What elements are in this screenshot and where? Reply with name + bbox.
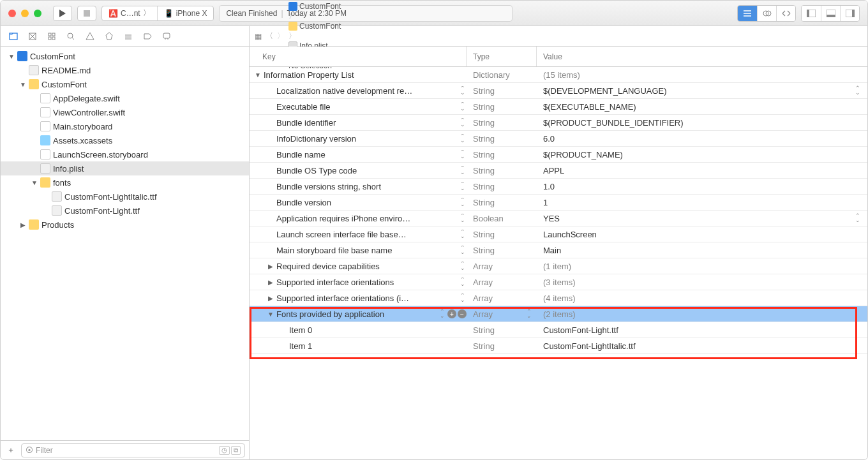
breadcrumb-item[interactable]: CustomFont [288,22,341,31]
plist-value[interactable]: (2 items) [537,309,867,319]
key-stepper[interactable] [438,309,446,318]
disclosure-triangle[interactable]: ▼ [8,53,15,60]
plist-row[interactable]: ▶Required device capabilitiesArray(1 ite… [250,258,867,274]
breadcrumb-item[interactable]: CustomFont [288,2,341,11]
project-tree[interactable]: ▼CustomFontREADME.md▼CustomFontAppDelega… [1,47,249,440]
minimize-window-button[interactable] [21,10,29,17]
plist-value[interactable]: $(EXECUTABLE_NAME) [537,102,867,112]
disclosure-triangle[interactable]: ▶ [266,279,275,286]
plist-value[interactable]: APPL [537,166,867,175]
key-stepper[interactable] [459,246,467,255]
disclosure-triangle[interactable]: ▼ [20,81,26,88]
key-stepper[interactable] [459,134,467,143]
jump-bar[interactable]: ▦ 〈 〉 CustomFont〉CustomFont〉Info.plist〉N… [250,26,867,47]
plist-value[interactable]: (4 items) [537,293,867,303]
find-navigator-tab[interactable] [62,29,80,44]
tree-item[interactable]: LaunchScreen.storyboard [1,147,249,161]
plist-row[interactable]: Bundle OS Type codeStringAPPL [250,163,867,179]
related-items-icon[interactable]: ▦ [255,32,262,41]
toggle-inspector-button[interactable] [840,6,859,21]
zoom-window-button[interactable] [34,10,41,17]
plist-value[interactable]: CustomFont-LightItalic.ttf [537,341,867,351]
scheme-selector[interactable]: 🅰️C…nt〉 📱iPhone X [101,6,214,21]
key-stepper[interactable] [459,230,467,239]
plist-row[interactable]: Bundle versionString1 [250,195,867,211]
key-stepper[interactable] [459,102,467,111]
plist-value[interactable]: 1.0 [537,182,867,191]
assistant-editor-button[interactable] [757,6,776,21]
plist-row[interactable]: Launch screen interface file base…String… [250,226,867,242]
source-control-navigator-tab[interactable] [24,29,41,44]
tree-item[interactable]: CustomFont-Light.ttf [1,204,249,218]
plist-value[interactable]: $(PRODUCT_BUNDLE_IDENTIFIER) [537,118,867,128]
key-stepper[interactable] [459,214,467,223]
plist-value[interactable]: $(PRODUCT_NAME) [537,150,867,160]
plist-row[interactable]: ▶Supported interface orientationsArray(3… [250,274,867,290]
back-button[interactable]: 〈 [266,31,273,41]
tree-item[interactable]: CustomFont-LightItalic.ttf [1,189,249,204]
toggle-debug-area-button[interactable] [821,6,840,21]
plist-row[interactable]: Localization native development re…Strin… [250,83,867,99]
tree-item[interactable]: ▼fonts [1,175,249,189]
disclosure-triangle[interactable]: ▶ [266,295,275,302]
standard-editor-button[interactable] [738,6,757,21]
plist-value[interactable]: YES [537,214,852,223]
plist-row[interactable]: InfoDictionary versionString6.0 [250,131,867,147]
plist-row[interactable]: ▼Fonts provided by application+−Array(2 … [250,306,867,322]
key-stepper[interactable] [459,150,467,159]
header-type[interactable]: Type [467,47,537,66]
issue-navigator-tab[interactable] [81,29,99,44]
key-stepper[interactable] [459,118,467,127]
value-stepper[interactable] [852,86,864,95]
header-value[interactable]: Value [537,47,867,66]
tree-item[interactable]: ▼CustomFont [1,77,249,91]
plist-row[interactable]: Bundle nameString$(PRODUCT_NAME) [250,147,867,163]
disclosure-triangle[interactable]: ▼ [266,311,275,318]
disclosure-triangle[interactable]: ▼ [31,179,38,186]
plist-value[interactable]: LaunchScreen [537,230,867,239]
plist-value[interactable]: $(DEVELOPMENT_LANGUAGE) [537,86,852,96]
plist-value[interactable]: Main [537,246,867,255]
tree-item[interactable]: Assets.xcassets [1,133,249,147]
plist-value[interactable]: (15 items) [537,70,867,80]
plist-value[interactable]: (1 item) [537,262,867,271]
version-editor-button[interactable] [776,6,795,21]
plist-value[interactable]: CustomFont-Light.ttf [537,325,867,335]
key-stepper[interactable] [459,182,467,191]
type-stepper[interactable] [525,309,533,319]
filter-scm-icon[interactable]: ⧉ [231,446,241,455]
plist-value[interactable]: 6.0 [537,134,867,144]
plist-row[interactable]: ▼Information Property ListDictionary(15 … [250,67,867,83]
key-stepper[interactable] [459,278,467,286]
plist-row[interactable]: ▶Supported interface orientations (i…Arr… [250,290,867,306]
add-files-button[interactable]: + [4,445,17,455]
disclosure-triangle[interactable]: ▶ [266,263,275,270]
key-stepper[interactable] [459,166,467,175]
tree-item[interactable]: ▼CustomFont [1,49,249,63]
plist-row[interactable]: Item 1StringCustomFont-LightItalic.ttf [250,338,867,354]
plist-row[interactable]: Application requires iPhone enviro…Boole… [250,211,867,226]
plist-body[interactable]: ▼Information Property ListDictionary(15 … [250,67,867,459]
navigator-filter[interactable]: ⦿ Filter ◷⧉ [21,443,245,457]
key-stepper[interactable] [459,293,467,302]
toggle-navigator-button[interactable] [802,6,821,21]
report-navigator-tab[interactable] [158,29,176,44]
tree-item[interactable]: README.md [1,63,249,77]
close-window-button[interactable] [8,10,16,17]
symbol-navigator-tab[interactable] [43,29,61,44]
plist-row[interactable]: Bundle identifierString$(PRODUCT_BUNDLE_… [250,115,867,131]
key-stepper[interactable] [459,262,467,271]
tree-item[interactable]: Main.storyboard [1,119,249,133]
plist-row[interactable]: Item 0StringCustomFont-Light.ttf [250,322,867,338]
tree-item[interactable]: AppDelegate.swift [1,91,249,105]
add-remove-buttons[interactable]: +− [447,309,467,318]
add-button[interactable]: + [447,309,456,318]
plist-row[interactable]: Executable fileString$(EXECUTABLE_NAME) [250,99,867,115]
run-button[interactable] [53,6,72,21]
debug-navigator-tab[interactable] [119,29,137,44]
tree-item[interactable]: ViewController.swift [1,105,249,119]
key-stepper[interactable] [459,198,467,207]
header-key[interactable]: Key [250,47,467,66]
plist-value[interactable]: (3 items) [537,278,867,287]
test-navigator-tab[interactable] [100,29,118,44]
